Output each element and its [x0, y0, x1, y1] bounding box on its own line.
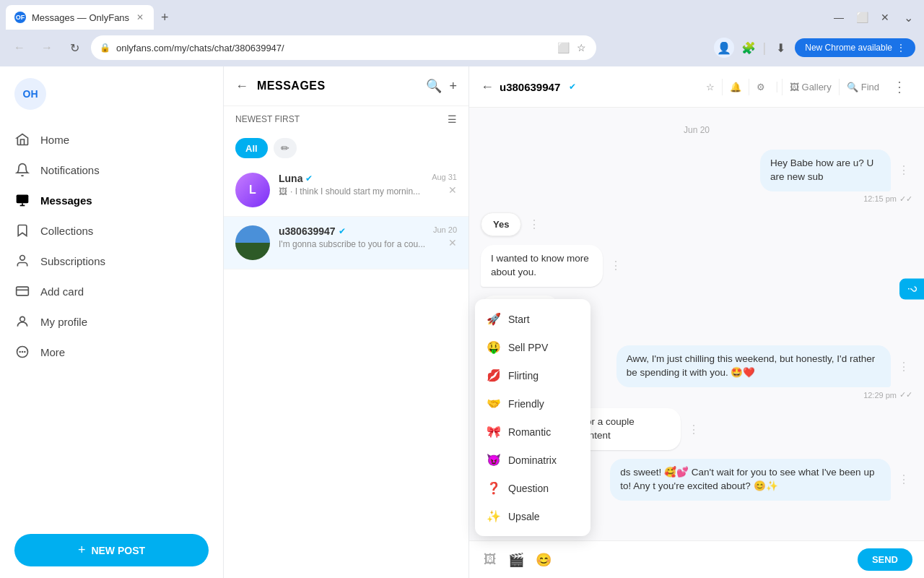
messages-header: ← MESSAGES 🔍 + — [224, 66, 468, 106]
app-container: OH Home Notifications Messages Collectio… — [0, 66, 924, 578]
message-row-m2: Yes ⋮ — [481, 212, 912, 236]
message-actions-m7[interactable]: ⋮ — [895, 470, 912, 489]
dropdown-item-upsale[interactable]: ✨ Upsale — [475, 502, 590, 530]
chat-back-button[interactable]: ← — [481, 79, 494, 95]
chat-more-button[interactable]: ⋮ — [886, 75, 912, 98]
message-bubble-m5: Aww, I'm just chilling this weekend, but… — [616, 345, 891, 387]
dropdown-item-flirting[interactable]: 💋 Flirting — [475, 361, 590, 389]
new-post-button[interactable]: + NEW POST — [14, 534, 209, 566]
sidebar-subscriptions-label: Subscriptions — [40, 255, 105, 267]
find-label: Find — [861, 82, 879, 92]
chrome-available-button[interactable]: New Chrome available ⋮ — [795, 38, 915, 57]
dropdown-item-romantic[interactable]: 🎀 Romantic — [475, 418, 590, 446]
extensions-button[interactable]: 🧩 — [738, 38, 759, 58]
cast-button[interactable]: ⬜ — [556, 40, 571, 55]
minimize-button[interactable]: — — [829, 7, 849, 27]
filter-icon[interactable]: ☰ — [448, 113, 457, 125]
dropdown-item-friendly[interactable]: 🤝 Friendly — [475, 389, 590, 418]
address-bar[interactable]: 🔒 onlyfans.com/my/chats/chat/380639947/ … — [91, 35, 596, 60]
svg-point-3 — [20, 256, 25, 261]
new-tab-button[interactable]: + — [155, 7, 175, 28]
message-actions-m6[interactable]: ⋮ — [685, 420, 702, 439]
flirting-label: Flirting — [508, 370, 539, 381]
upsale-label: Upsale — [508, 511, 540, 522]
bookmark-button[interactable]: ☆ — [575, 40, 588, 55]
message-actions-m2[interactable]: ⋮ — [526, 215, 543, 234]
chat-image-button[interactable]: 🖼 — [481, 549, 500, 571]
active-tab[interactable]: OF Messages — OnlyFans ✕ — [6, 5, 154, 30]
chat-gif-button[interactable]: 🎬 — [505, 549, 527, 571]
luna-time: Aug 31 — [432, 173, 457, 181]
messages-back-button[interactable]: ← — [235, 79, 248, 94]
yes-button[interactable]: Yes — [481, 212, 521, 236]
refresh-button[interactable]: ↻ — [64, 37, 85, 59]
maximize-button[interactable]: ⬜ — [852, 7, 872, 27]
sidebar-item-notifications[interactable]: Notifications — [0, 155, 223, 185]
sidebar-addcard-label: Add card — [40, 285, 84, 298]
chat-star-button[interactable]: ☆ — [699, 79, 722, 95]
chat-find-button[interactable]: 🔍 Find — [839, 79, 886, 95]
chrome-menu-button[interactable]: ⌄ — [898, 7, 918, 27]
luna-close-button[interactable]: ✕ — [448, 184, 457, 196]
download-button[interactable]: ⬇ — [770, 38, 790, 58]
preview-media-icon: 🖼 — [279, 186, 287, 197]
chrome-available-menu-icon: ⋮ — [897, 43, 905, 53]
close-window-button[interactable]: ✕ — [875, 7, 895, 27]
chat-gallery-button[interactable]: 🖼 Gallery — [782, 79, 839, 95]
security-icon: 🔒 — [100, 43, 110, 53]
dropdown-item-dominatrix[interactable]: 😈 Dominatrix — [475, 446, 590, 474]
card-icon — [14, 283, 30, 299]
u380639947-chat-info: u380639947 ✔ I'm gonna subscribe to you … — [279, 225, 424, 249]
chat-restrict-button[interactable]: ⚙ — [749, 79, 772, 95]
sidebar-item-add-card[interactable]: Add card — [0, 276, 223, 306]
forward-button[interactable]: → — [36, 37, 58, 59]
sidebar-item-home[interactable]: Home — [0, 124, 223, 155]
svg-point-6 — [20, 316, 25, 322]
message-actions-m3[interactable]: ⋮ — [607, 256, 624, 275]
back-button[interactable]: ← — [9, 37, 30, 59]
help-button[interactable]: ? — [899, 279, 924, 300]
sidebar-notifications-label: Notifications — [40, 164, 100, 176]
address-text: onlyfans.com/my/chats/chat/380639947/ — [116, 43, 550, 53]
sidebar-messages-label: Messages — [40, 194, 92, 207]
gallery-label: Gallery — [802, 82, 832, 92]
chat-item-luna[interactable]: L Luna ✔ 🖼 · I think I should start my m… — [224, 164, 468, 217]
messages-search-button[interactable]: 🔍 — [426, 78, 442, 94]
chat-emoji-button[interactable]: 😊 — [533, 549, 554, 571]
sidebar-item-subscriptions[interactable]: Subscriptions — [0, 246, 223, 276]
svg-rect-0 — [17, 195, 29, 204]
question-emoji: ❓ — [487, 481, 501, 495]
chat-input-area: 🖼 🎬 😊 SEND — [469, 540, 924, 578]
filter-edit-button[interactable]: ✏ — [274, 138, 297, 158]
sidebar-item-messages[interactable]: Messages — [0, 185, 223, 215]
dominatrix-emoji: 😈 — [487, 453, 501, 467]
dropdown-menu: 🚀 Start 🤑 Sell PPV 💋 Flirting 🤝 Friendly… — [475, 299, 590, 536]
u380639947-time: Jun 20 — [433, 225, 457, 234]
avatar[interactable]: OH — [14, 78, 46, 110]
message-actions-m1[interactable]: ⋮ — [895, 160, 912, 180]
message-time-m5: 12:29 pm ✓✓ — [863, 390, 912, 400]
message-actions-m5[interactable]: ⋮ — [895, 357, 912, 376]
friendly-label: Friendly — [508, 398, 544, 410]
chat-notification-button[interactable]: 🔔 — [722, 79, 749, 95]
u380639947-close-button[interactable]: ✕ — [448, 237, 457, 249]
start-label: Start — [508, 314, 530, 325]
sell-ppv-label: Sell PPV — [508, 342, 548, 353]
chat-item-u380639947[interactable]: u380639947 ✔ I'm gonna subscribe to you … — [224, 217, 468, 269]
sidebar-item-my-profile[interactable]: My profile — [0, 306, 223, 337]
tab-close-button[interactable]: ✕ — [135, 11, 145, 24]
chat-input[interactable] — [562, 554, 850, 566]
dropdown-item-start[interactable]: 🚀 Start — [475, 305, 590, 333]
luna-preview: 🖼 · I think I should start my mornin... — [279, 186, 423, 197]
sidebar-item-collections[interactable]: Collections — [0, 215, 223, 246]
sidebar-item-more[interactable]: More — [0, 337, 223, 367]
filter-all-button[interactable]: All — [235, 138, 268, 158]
u380639947-preview: I'm gonna subscribe to you for a cou... — [279, 239, 424, 249]
send-button[interactable]: SEND — [858, 548, 912, 571]
messages-compose-button[interactable]: + — [449, 78, 457, 94]
sidebar: OH Home Notifications Messages Collectio… — [0, 66, 224, 578]
dropdown-item-sell-ppv[interactable]: 🤑 Sell PPV — [475, 333, 590, 361]
dropdown-item-question[interactable]: ❓ Question — [475, 474, 590, 502]
profile-button[interactable]: 👤 — [714, 38, 734, 58]
svg-rect-4 — [17, 287, 29, 296]
